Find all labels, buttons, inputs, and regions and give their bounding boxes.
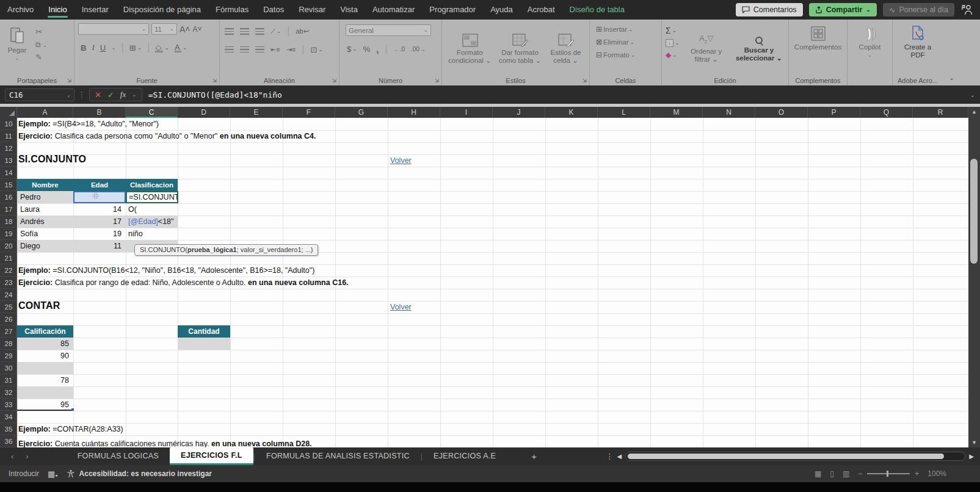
cell-a19[interactable]: Sofía — [20, 228, 38, 240]
people-header-nombre[interactable]: Nombre — [17, 179, 73, 191]
share-button[interactable]: Compartir ⌄ — [809, 3, 877, 16]
find-select-button[interactable]: Buscar y seleccionar ⌄ — [733, 23, 785, 74]
orientation-icon[interactable]: ⟋⌄ — [270, 27, 281, 35]
menu-automatizar[interactable]: Automatizar — [365, 0, 422, 20]
row-header-21[interactable]: 21 — [0, 252, 17, 264]
sheet-tab-ejercicios-ae[interactable]: EJERCICIOS A.E — [423, 447, 507, 465]
column-header-P[interactable]: P — [808, 107, 860, 118]
decrease-indent-icon[interactable]: ⇤≡ — [270, 46, 280, 54]
row-header-20[interactable]: 20 — [0, 240, 17, 252]
edit-cell-c16[interactable]: =SI.CONJUNT — [126, 191, 178, 203]
menu-inicio[interactable]: Inicio — [41, 0, 74, 20]
cell-a18[interactable]: Andrés — [20, 215, 45, 228]
insert-cells-button[interactable]: ⊞ Insertar ⌄ — [596, 25, 658, 34]
copy-icon[interactable]: ⧉ ⌄ — [35, 40, 47, 49]
row-header-27[interactable]: 27 — [0, 325, 17, 338]
table-resize-handle[interactable] — [71, 408, 74, 411]
macro-record-icon[interactable]: ▦● — [48, 469, 58, 479]
align-center-icon[interactable] — [240, 46, 249, 53]
currency-format-icon[interactable]: $ ⌄ — [347, 45, 357, 54]
cell-a20[interactable]: Diego — [20, 240, 40, 252]
accessibility-status[interactable]: Accesibilidad: es necesario investigar — [67, 469, 212, 478]
scroll-down-icon[interactable]: ▼ — [968, 440, 980, 446]
row-header-36[interactable]: 36 — [0, 435, 17, 447]
menu-archivo[interactable]: Archivo — [0, 0, 41, 20]
menu-revisar[interactable]: Revisar — [291, 0, 333, 20]
delete-cells-button[interactable]: ⊠ Eliminar ⌄ — [596, 38, 658, 46]
cell-a22[interactable]: Ejemplo: =SI.CONJUNTO(B16<12, "Niño", B1… — [18, 264, 314, 277]
dialog-launcher-icon[interactable]: ⇲ — [332, 78, 336, 84]
presenter-icon[interactable] — [960, 4, 973, 15]
percent-format-icon[interactable]: % — [363, 45, 371, 54]
cell-a16[interactable]: Pedro — [20, 191, 40, 203]
referenced-cell-highlight-b16[interactable] — [73, 191, 126, 203]
column-header-H[interactable]: H — [388, 107, 440, 118]
people-header-edad[interactable]: Edad — [73, 179, 126, 191]
dialog-launcher-icon[interactable]: ⇲ — [67, 78, 71, 84]
volver-link-2[interactable]: Volver — [390, 301, 412, 313]
row-header-18[interactable]: 18 — [0, 215, 17, 228]
row-header-17[interactable]: 17 — [0, 203, 17, 215]
expand-formula-bar-icon[interactable]: ⌄ — [970, 92, 975, 98]
column-header-F[interactable]: F — [283, 107, 335, 118]
sheet-nav-left-icon[interactable]: ‹ — [5, 452, 20, 461]
scroll-up-icon[interactable]: ▲ — [968, 109, 980, 115]
column-header-O[interactable]: O — [755, 107, 808, 118]
menu-diseno-de-tabla[interactable]: Diseño de tabla — [562, 0, 632, 20]
align-bottom-icon[interactable] — [255, 28, 264, 35]
sort-filter-button[interactable]: AZ▽ Ordenar y filtrar ⌄ — [684, 23, 728, 74]
column-header-B[interactable]: B — [73, 107, 126, 118]
column-header-N[interactable]: N — [703, 107, 755, 118]
column-header-J[interactable]: J — [493, 107, 545, 118]
cell-a11[interactable]: Ejercicio: Clasifica cada persona como "… — [18, 130, 316, 142]
formula-input[interactable]: =SI.CONJUNTO([@Edad]<18"niño — [148, 90, 282, 99]
font-color-icon[interactable]: A ⌄ — [175, 43, 187, 52]
row-header-28[interactable]: 28 — [0, 338, 17, 350]
add-sheet-button[interactable]: + — [531, 451, 537, 461]
row-header-32[interactable]: 32 — [0, 386, 17, 399]
addins-button[interactable]: Complementos — [793, 23, 843, 51]
paste-button[interactable]: Pegar ⌄ — [4, 23, 31, 62]
zoom-slider-thumb[interactable] — [887, 471, 888, 477]
format-cells-button[interactable]: ⊟ Formato ⌄ — [596, 51, 658, 59]
menu-disposicion[interactable]: Disposición de página — [116, 0, 208, 20]
cell-a33[interactable]: 95 — [17, 399, 69, 411]
hscroll-right-icon[interactable]: ▶ — [969, 453, 974, 460]
cell-a35[interactable]: Ejemplo: =CONTAR(A28:A33) — [18, 423, 123, 435]
row-header-15[interactable]: 15 — [0, 179, 17, 191]
row-header-34[interactable]: 34 — [0, 411, 17, 423]
cell-a36[interactable]: Ejercicio: Cuenta cuántas calificaciones… — [18, 438, 312, 447]
row-header-30[interactable]: 30 — [0, 362, 17, 374]
select-all-corner[interactable] — [0, 107, 17, 118]
insert-function-icon[interactable]: fx — [120, 90, 126, 99]
copilot-button[interactable]: Copilot ⌄ — [851, 23, 888, 58]
row-header-33[interactable]: 33 — [0, 399, 17, 411]
zoom-out-icon[interactable]: − — [858, 469, 862, 478]
section-title-si-conjunto[interactable]: SI.CONJUNTO — [18, 153, 86, 165]
people-header-clasificacion[interactable]: Clasificacion — [126, 179, 178, 191]
column-header-C[interactable]: C — [126, 107, 178, 118]
decrease-decimal-icon[interactable]: .00→ — [411, 46, 426, 52]
row-header-29[interactable]: 29 — [0, 350, 17, 362]
cut-icon[interactable]: ✂ — [35, 27, 47, 37]
format-as-table-button[interactable]: Dar formato como tabla ⌄ — [495, 23, 546, 74]
menu-insertar[interactable]: Insertar — [74, 0, 116, 20]
view-page-break-icon[interactable]: ▥ — [843, 469, 849, 478]
cell-a30[interactable] — [17, 362, 69, 374]
name-box[interactable]: C16 ⌄ — [5, 89, 74, 101]
cell-a31[interactable]: 78 — [17, 374, 69, 386]
menu-acrobat[interactable]: Acrobat — [520, 0, 562, 20]
row-header-31[interactable]: 31 — [0, 374, 17, 386]
sheet-tab-formulas-logicas[interactable]: FORMULAS LOGICAS — [67, 447, 170, 465]
bold-button[interactable]: B — [81, 43, 86, 52]
row-header-12[interactable]: 12 — [0, 142, 17, 154]
clear-eraser-icon[interactable]: ◆ ⌄ — [666, 51, 680, 59]
cell-a10[interactable]: Ejemplo: =SI(B4>=18, "Adulto", "Menor") — [18, 118, 159, 130]
cancel-formula-icon[interactable]: ✕ — [95, 90, 101, 99]
cell-b19[interactable]: 19 — [73, 228, 122, 240]
menu-formulas[interactable]: Fórmulas — [208, 0, 256, 20]
format-painter-icon[interactable]: ✎ — [35, 52, 47, 62]
cell-a23[interactable]: Ejercicio: Clasifica por rango de edad: … — [18, 277, 349, 289]
volver-link-1[interactable]: Volver — [390, 154, 412, 167]
cell-a28[interactable]: 85 — [17, 338, 69, 350]
